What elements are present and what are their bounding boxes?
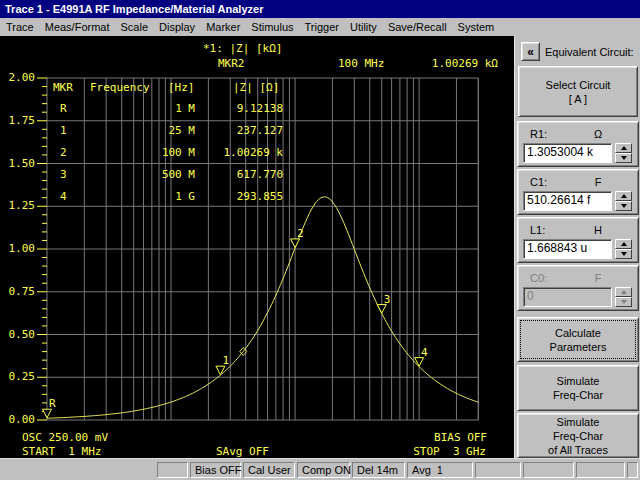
y-axis-tick-label: 1.00 [0, 243, 35, 255]
parameter-label: R1: [530, 128, 547, 140]
marker-row-impedance: 617.770 [193, 169, 283, 181]
parameter-unit: F [588, 176, 608, 188]
arrow-down-icon [621, 156, 627, 160]
measurement-display: R1234 *1: |Z| [kΩ] MKR2 100 MHz 1.00269 … [0, 36, 514, 458]
active-marker-frequency: 100 MHz [338, 58, 384, 70]
spinner-up-button[interactable] [615, 143, 632, 153]
menu-utility[interactable]: Utility [350, 21, 377, 33]
y-axis-tick-label: 0.75 [0, 286, 35, 298]
marker-row-impedance: 9.12138 [193, 103, 283, 115]
y-axis-tick-label: 0.25 [0, 371, 35, 383]
arrow-up-icon [621, 146, 627, 150]
marker-row-frequency: 500 M [107, 169, 195, 181]
parameter-spinner [615, 191, 632, 211]
status-cell-average: Avg 1 [407, 462, 473, 478]
chevron-left-icon: « [527, 45, 534, 59]
menu-save-recall[interactable]: Save/Recall [388, 21, 447, 33]
arrow-down-icon [621, 252, 627, 256]
spinner-up-button[interactable] [615, 239, 632, 249]
parameter-unit: Ω [588, 128, 608, 140]
instrument-window: Trace 1 - E4991A RF Impedance/Material A… [0, 0, 640, 480]
button-label-line: Freq-Char [553, 388, 603, 402]
marker-table-header-frequency: Frequency [90, 82, 150, 94]
arrow-down-icon [621, 204, 627, 208]
menu-bar: TraceMeas/FormatScaleDisplayMarkerStimul… [0, 18, 640, 36]
menu-stimulus[interactable]: Stimulus [251, 21, 293, 33]
trace-format-label: *1: |Z| [kΩ] [203, 43, 282, 55]
y-axis-tick-label: 1.50 [0, 158, 35, 170]
simulate-freq-char-all-traces-button[interactable]: SimulateFreq-Charof All Traces [517, 413, 639, 458]
menu-display[interactable]: Display [159, 21, 195, 33]
spinner-up-button[interactable] [615, 191, 632, 201]
osc-level-label: OSC 250.00 mV [22, 432, 108, 444]
arrow-up-icon [621, 290, 627, 294]
marker-row-id: 4 [60, 191, 67, 203]
parameter-value-input[interactable]: 1.668843 u [523, 239, 612, 259]
equivalent-circuit-panel: « Equivalent Circuit: Select Circuit [ A… [514, 36, 640, 458]
spinner-down-button[interactable] [615, 201, 632, 211]
parameter-group-l1: L1:H1.668843 u [517, 217, 639, 263]
arrow-up-icon [621, 242, 627, 246]
select-circuit-line2: [ A ] [569, 92, 587, 106]
parameter-group-c0: C0:F0 [517, 265, 639, 311]
status-cell-cal: Cal User [243, 462, 295, 478]
marker-row-id: R [60, 103, 67, 115]
spinner-down-button[interactable] [615, 249, 632, 259]
marker-table-header-hz: [Hz] [168, 82, 195, 94]
title-bar: Trace 1 - E4991A RF Impedance/Material A… [0, 0, 640, 18]
spinner-up-button [615, 287, 632, 297]
menu-scale[interactable]: Scale [121, 21, 149, 33]
status-bar: Bias OFFCal UserComp ONDel 14mAvg 1 [0, 458, 640, 480]
parameter-label: C1: [530, 176, 547, 188]
marker-symbol-2 [291, 239, 300, 248]
arrow-up-icon [621, 194, 627, 198]
parameter-label: C0: [530, 272, 547, 284]
sweep-average-label: SAvg OFF [216, 446, 269, 458]
calculate-parameters-button[interactable]: CalculateParameters [517, 317, 639, 362]
marker-row-id: 1 [60, 125, 67, 137]
marker-row-impedance: 1.00269 k [193, 147, 283, 159]
status-cell-comp: Comp ON [297, 462, 350, 478]
marker-label-R: R [49, 397, 56, 410]
spinner-down-button[interactable] [615, 153, 632, 163]
menu-system[interactable]: System [458, 21, 495, 33]
spinner-down-button [615, 297, 632, 307]
arrow-down-icon [621, 300, 627, 304]
button-label-line: Freq-Char [553, 429, 603, 443]
marker-label-3: 3 [384, 293, 391, 306]
marker-row-id: 2 [60, 147, 67, 159]
button-label-line: Calculate [555, 326, 601, 340]
select-circuit-button[interactable]: Select Circuit [ A ] [518, 66, 638, 117]
y-axis-tick-label: 0.00 [0, 414, 35, 426]
stop-frequency-label: STOP 3 GHz [386, 446, 486, 458]
parameter-value-input[interactable]: 1.3053004 k [523, 143, 612, 163]
status-cell-empty [157, 462, 188, 478]
marker-row-impedance: 293.855 [193, 191, 283, 203]
simulate-freq-char-button[interactable]: SimulateFreq-Char [517, 365, 639, 411]
menu-marker[interactable]: Marker [206, 21, 240, 33]
status-cell-empty [523, 462, 574, 478]
parameter-value-input[interactable]: 510.26614 f [523, 191, 612, 211]
parameter-group-c1: C1:F510.26614 f [517, 169, 639, 215]
marker-row-impedance: 237.127 [193, 125, 283, 137]
status-cell-delay: Del 14m [352, 462, 405, 478]
menu-trace[interactable]: Trace [6, 21, 34, 33]
y-axis-tick-label: 1.25 [0, 200, 35, 212]
button-label-line: Simulate [557, 374, 600, 388]
panel-collapse-button[interactable]: « [521, 42, 540, 61]
menu-meas-format[interactable]: Meas/Format [45, 21, 110, 33]
marker-row-frequency: 100 M [107, 147, 195, 159]
marker-symbol-4 [415, 358, 424, 367]
marker-row-frequency: 1 G [107, 191, 195, 203]
marker-table-header-mkr: MKR [53, 82, 73, 94]
y-axis-tick-label: 1.75 [0, 115, 35, 127]
parameter-value-input: 0 [523, 287, 612, 307]
marker-label-2: 2 [297, 227, 304, 240]
impedance-plot: R1234 [0, 36, 514, 458]
menu-trigger[interactable]: Trigger [305, 21, 339, 33]
marker-table-header-z: |Z| [Ω] [233, 82, 279, 94]
parameter-label: L1: [530, 224, 545, 236]
bias-state-label: BIAS OFF [387, 432, 487, 444]
marker-row-id: 3 [60, 169, 67, 181]
active-marker-name: MKR2 [218, 58, 245, 70]
